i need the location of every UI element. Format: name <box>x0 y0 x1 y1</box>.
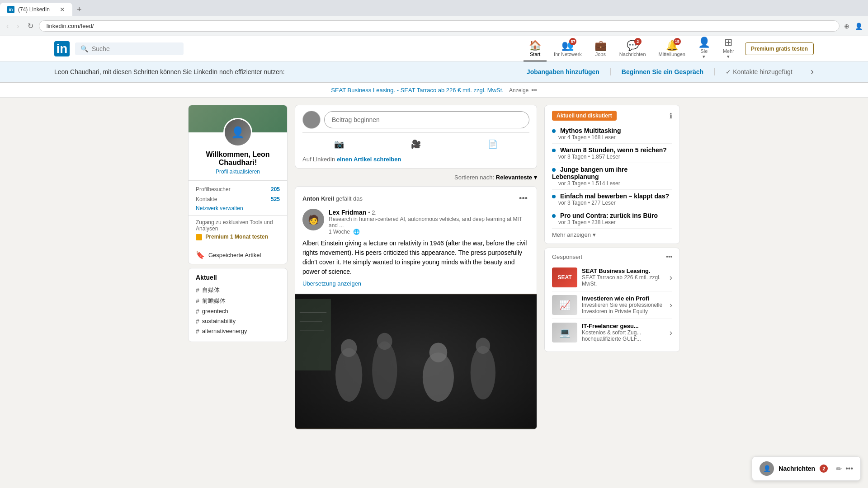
address-bar[interactable]: linkedin.com/feed/ <box>39 20 840 32</box>
video-action-button[interactable]: 🎥 <box>406 136 426 152</box>
aktuell-item-2[interactable]: # greentech <box>196 306 280 316</box>
post-meta: Anton Kreil gefällt das <box>302 195 363 202</box>
extensions-icon[interactable]: ⊕ <box>842 21 851 32</box>
sponsored-menu-button[interactable]: ••• <box>666 253 672 260</box>
nav-item-network[interactable]: 👥 57 Ihr Netzwerk <box>548 36 587 61</box>
composer-avatar <box>302 111 321 129</box>
search-input[interactable] <box>92 45 178 52</box>
article-link[interactable]: einen Artikel schreiben <box>337 156 401 163</box>
linkedin-logo[interactable]: in <box>54 41 70 56</box>
sponsored-sub-2: Kostenlos & sofort Zug... hochqualifizie… <box>582 329 665 342</box>
nav-label-profile: Sie <box>700 48 708 54</box>
trending-item-2[interactable]: Junge bangen um ihre Lebensplanung vor 3… <box>552 163 672 190</box>
trending-title-2: Junge bangen um ihre Lebensplanung <box>552 166 627 180</box>
nav-item-notifications[interactable]: 🔔 15 Mitteilungen <box>653 36 691 61</box>
back-button[interactable]: ‹ <box>4 20 11 32</box>
profile-avatar: 👤 <box>223 118 252 147</box>
refresh-button[interactable]: ↻ <box>25 20 36 32</box>
more-dropdown-icon: ▾ <box>727 54 730 60</box>
trending-item-1[interactable]: Warum 8 Stunden, wenn 5 reichen? vor 3 T… <box>552 144 672 163</box>
sponsored-item-1[interactable]: 📈 Investieren wie ein Profi Investieren … <box>552 291 672 319</box>
translation-link[interactable]: Übersetzung anzeigen <box>302 279 529 288</box>
new-tab-button[interactable]: + <box>72 2 86 17</box>
post-author-row: 🧑 Lex Fridman • 2. Research in human-cen… <box>295 209 537 239</box>
profile-background: 👤 <box>189 105 287 132</box>
active-tab[interactable]: in (74) LinkedIn ✕ <box>0 3 72 16</box>
nav-item-messages[interactable]: 💬 2 Nachrichten <box>614 36 651 61</box>
aktuell-item-4[interactable]: # alternativeenergy <box>196 326 280 336</box>
svg-point-7 <box>429 343 448 362</box>
trending-item-3[interactable]: Einfach mal bewerben – klappt das? vor 3… <box>552 190 672 209</box>
forward-button[interactable]: › <box>14 20 22 32</box>
profile-premium: Zugang zu exklusiven Tools und Analysen … <box>189 215 287 246</box>
contacts-label: Kontakte <box>196 196 217 202</box>
profile-stats: Profilbesucher 205 Kontakte 525 Netzwerk… <box>189 180 287 215</box>
sponsored-sub-0: SEAT Tarraco ab 226 € mtl. zzgl. MwSt. <box>582 274 665 287</box>
onboarding-jobs-action[interactable]: Jobangaben hinzufügen <box>516 68 611 75</box>
premium-trial-link[interactable]: Premium 1 Monat testen <box>205 234 268 240</box>
ad-link[interactable]: SEAT Business Leasing. - SEAT Tarraco ab… <box>331 87 504 94</box>
trending-badge: Aktuell und diskutiert <box>552 111 617 121</box>
aktuell-label-1: 前瞻媒体 <box>202 297 226 305</box>
sponsored-item-2[interactable]: 💻 IT-Freelancer gesu... Kostenlos & sofo… <box>552 319 672 346</box>
svg-point-9 <box>476 338 491 354</box>
compose-post-button[interactable]: Beitrag beginnen <box>324 111 529 128</box>
photo-action-button[interactable]: 📷 <box>329 136 349 152</box>
trending-card: Aktuell und diskutiert ℹ Mythos Multitas… <box>544 105 680 244</box>
document-action-button[interactable]: 📄 <box>482 136 503 152</box>
nav-item-start[interactable]: 🏠 Start <box>524 36 547 61</box>
trending-title-1: Warum 8 Stunden, wenn 5 reichen? <box>560 146 667 154</box>
browser-chrome: in (74) LinkedIn ✕ + ‹ › ↻ linkedin.com/… <box>0 0 868 36</box>
post-menu-button[interactable]: ••• <box>517 192 529 205</box>
network-manage-link[interactable]: Netzwerk verwalten <box>196 204 280 211</box>
sponsored-placeholder-1: 📈 <box>552 295 577 315</box>
sponsored-title: Gesponsert <box>552 253 582 260</box>
chevron-right-icon-0: › <box>670 267 672 287</box>
onboarding-conversation-action[interactable]: Beginnen Sie ein Gespräch <box>611 68 715 75</box>
url-text: linkedin.com/feed/ <box>47 23 94 29</box>
tab-title: (74) LinkedIn <box>18 6 50 13</box>
nav-item-jobs[interactable]: 💼 Jobs <box>589 36 612 61</box>
grid-icon: ⊞ <box>724 37 732 48</box>
nav-label-jobs: Jobs <box>595 52 606 57</box>
trending-meta-2: vor 3 Tagen • 1.514 Leser <box>552 180 672 187</box>
profile-visitors-row[interactable]: Profilbesucher 205 <box>196 184 280 194</box>
aktuell-item-3[interactable]: # sustainability <box>196 316 280 326</box>
show-more-button[interactable]: Mehr anzeigen ▾ <box>552 231 672 238</box>
post-author-name[interactable]: Lex Fridman <box>329 209 366 216</box>
post-actor[interactable]: Anton Kreil <box>302 195 334 202</box>
premium-button[interactable]: Premium gratis testen <box>745 42 814 55</box>
main-content: 👤 Willkommen, Leon Chaudhari! Profil akt… <box>181 98 687 437</box>
video-icon: 🎥 <box>411 139 421 149</box>
svg-rect-1 <box>295 294 537 428</box>
left-sidebar: 👤 Willkommen, Leon Chaudhari! Profil akt… <box>188 105 288 430</box>
article-prefix: Auf LinkedIn <box>302 156 337 163</box>
profile-update-link[interactable]: Profil aktualisieren <box>196 169 280 175</box>
search-bar[interactable]: 🔍 <box>75 42 184 55</box>
sort-value-button[interactable]: Relevanteste ▾ <box>496 174 537 181</box>
svg-point-4 <box>372 341 397 399</box>
checkmark-icon: ✓ <box>726 68 731 75</box>
messages-icon: 💬 2 <box>627 40 639 52</box>
onboarding-close-button[interactable]: › <box>811 66 814 78</box>
sponsored-header: Gesponsert ••• <box>552 253 672 260</box>
post-image-svg <box>295 294 537 429</box>
onboarding-contacts-done: ✓ Kontakte hinzugefügt <box>715 68 803 75</box>
tab-close-button[interactable]: ✕ <box>60 6 65 13</box>
saved-articles[interactable]: 🔖 Gespeicherte Artikel <box>189 246 287 264</box>
trending-item-0[interactable]: Mythos Multitasking vor 4 Tagen • 168 Le… <box>552 124 672 144</box>
nav-item-more[interactable]: ⊞ Mehr ▾ <box>717 36 740 61</box>
profile-icon[interactable]: 👤 <box>853 21 864 32</box>
nav-label-notifications: Mitteilungen <box>659 52 685 57</box>
nav-item-profile[interactable]: 👤 Sie ▾ <box>693 36 716 61</box>
home-icon: 🏠 <box>529 40 541 52</box>
trending-item-4[interactable]: Pro und Contra: zurück ins Büro vor 3 Ta… <box>552 209 672 229</box>
profile-contacts-row[interactable]: Kontakte 525 <box>196 194 280 204</box>
aktuell-item-0[interactable]: # 自媒体 <box>196 285 280 296</box>
trending-dot-2 <box>552 168 556 172</box>
sponsored-item-0[interactable]: SEAT SEAT Business Leasing. SEAT Tarraco… <box>552 264 672 291</box>
feed-post: Anton Kreil gefällt das ••• 🧑 Lex Fridma… <box>295 186 537 430</box>
aktuell-item-1[interactable]: # 前瞻媒体 <box>196 296 280 306</box>
info-icon[interactable]: ℹ <box>670 112 672 120</box>
notifications-badge: 15 <box>674 38 681 45</box>
